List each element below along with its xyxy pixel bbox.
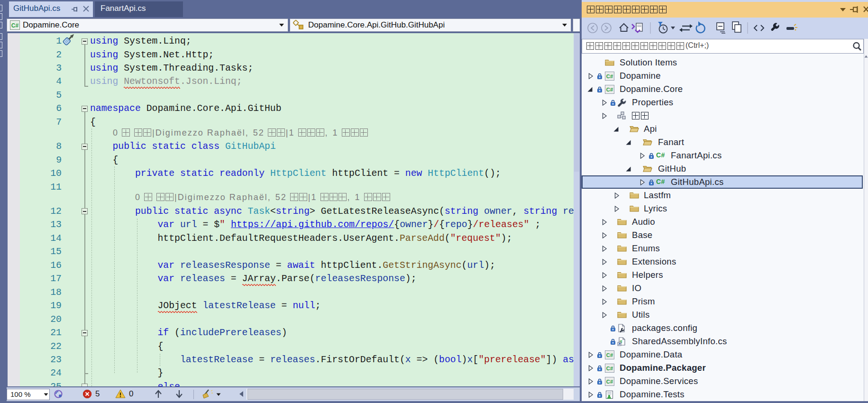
svg-text:C#: C# [11, 22, 19, 29]
